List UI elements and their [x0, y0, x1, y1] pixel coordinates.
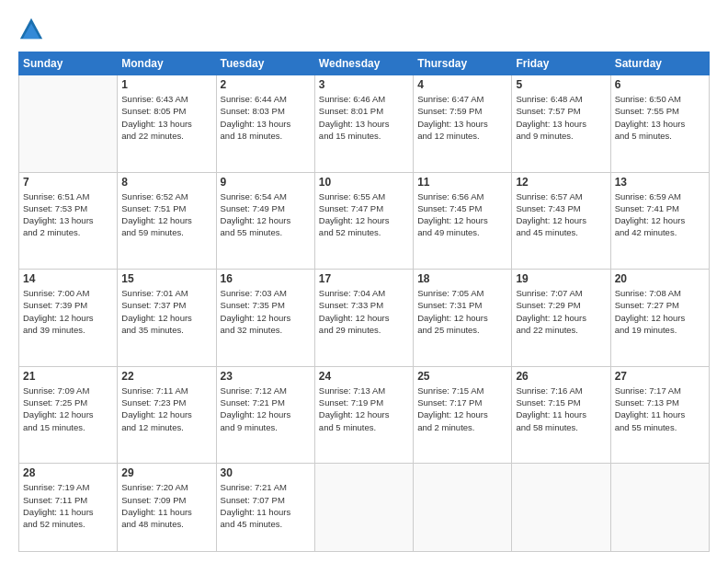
day-number: 23 [221, 370, 311, 383]
day-number: 16 [221, 272, 311, 285]
calendar-header-row: SundayMondayTuesdayWednesdayThursdayFrid… [19, 52, 710, 75]
calendar-cell: 20Sunrise: 7:08 AM Sunset: 7:27 PM Dayli… [610, 270, 709, 367]
calendar-cell: 13Sunrise: 6:59 AM Sunset: 7:41 PM Dayli… [610, 172, 709, 270]
day-number: 5 [516, 78, 606, 91]
calendar-cell: 6Sunrise: 6:50 AM Sunset: 7:55 PM Daylig… [610, 75, 709, 173]
calendar-cell: 25Sunrise: 7:15 AM Sunset: 7:17 PM Dayli… [414, 366, 512, 464]
calendar-cell: 1Sunrise: 6:43 AM Sunset: 8:05 PM Daylig… [118, 75, 216, 173]
calendar-cell: 10Sunrise: 6:55 AM Sunset: 7:47 PM Dayli… [314, 172, 413, 270]
day-number: 28 [23, 466, 113, 479]
calendar-cell: 9Sunrise: 6:54 AM Sunset: 7:49 PM Daylig… [216, 172, 314, 270]
day-number: 10 [319, 176, 409, 189]
calendar-cell: 24Sunrise: 7:13 AM Sunset: 7:19 PM Dayli… [314, 366, 413, 464]
day-number: 17 [319, 272, 409, 285]
weekday-header-monday: Monday [118, 52, 216, 75]
day-number: 2 [221, 78, 311, 91]
day-info: Sunrise: 7:08 AM Sunset: 7:27 PM Dayligh… [615, 287, 705, 336]
calendar-cell [414, 464, 512, 552]
calendar-week-row: 7Sunrise: 6:51 AM Sunset: 7:53 PM Daylig… [19, 172, 710, 270]
calendar-cell: 7Sunrise: 6:51 AM Sunset: 7:53 PM Daylig… [19, 172, 118, 270]
day-info: Sunrise: 6:55 AM Sunset: 7:47 PM Dayligh… [319, 190, 409, 239]
header [18, 17, 710, 42]
day-info: Sunrise: 7:12 AM Sunset: 7:21 PM Dayligh… [221, 385, 311, 433]
day-info: Sunrise: 7:09 AM Sunset: 7:25 PM Dayligh… [23, 385, 113, 433]
day-number: 11 [417, 176, 507, 189]
day-number: 26 [516, 370, 606, 383]
day-number: 25 [417, 370, 507, 383]
day-info: Sunrise: 6:59 AM Sunset: 7:41 PM Dayligh… [615, 190, 705, 239]
day-number: 1 [121, 78, 211, 91]
day-info: Sunrise: 6:54 AM Sunset: 7:49 PM Dayligh… [221, 190, 311, 239]
calendar-cell: 30Sunrise: 7:21 AM Sunset: 7:07 PM Dayli… [216, 464, 314, 552]
logo [18, 17, 48, 42]
logo-icon [18, 17, 44, 42]
day-info: Sunrise: 7:17 AM Sunset: 7:13 PM Dayligh… [615, 385, 705, 433]
calendar-cell: 18Sunrise: 7:05 AM Sunset: 7:31 PM Dayli… [414, 270, 512, 367]
calendar-cell: 14Sunrise: 7:00 AM Sunset: 7:39 PM Dayli… [19, 270, 118, 367]
calendar-cell [610, 464, 709, 552]
calendar-cell: 3Sunrise: 6:46 AM Sunset: 8:01 PM Daylig… [314, 75, 413, 173]
day-number: 27 [615, 370, 705, 383]
calendar-week-row: 14Sunrise: 7:00 AM Sunset: 7:39 PM Dayli… [19, 270, 710, 367]
calendar-cell: 15Sunrise: 7:01 AM Sunset: 7:37 PM Dayli… [118, 270, 216, 367]
calendar-cell: 29Sunrise: 7:20 AM Sunset: 7:09 PM Dayli… [118, 464, 216, 552]
day-number: 20 [615, 272, 705, 285]
day-info: Sunrise: 7:07 AM Sunset: 7:29 PM Dayligh… [516, 287, 606, 336]
day-number: 18 [417, 272, 507, 285]
day-number: 4 [417, 78, 507, 91]
day-number: 3 [319, 78, 409, 91]
day-number: 15 [121, 272, 211, 285]
weekday-header-tuesday: Tuesday [216, 52, 314, 75]
day-info: Sunrise: 7:11 AM Sunset: 7:23 PM Dayligh… [121, 385, 211, 433]
calendar-cell: 21Sunrise: 7:09 AM Sunset: 7:25 PM Dayli… [19, 366, 118, 464]
day-number: 9 [221, 176, 311, 189]
day-number: 6 [615, 78, 705, 91]
day-info: Sunrise: 7:16 AM Sunset: 7:15 PM Dayligh… [516, 385, 606, 433]
weekday-header-friday: Friday [512, 52, 610, 75]
weekday-header-wednesday: Wednesday [314, 52, 413, 75]
calendar-cell: 28Sunrise: 7:19 AM Sunset: 7:11 PM Dayli… [19, 464, 118, 552]
day-number: 21 [23, 370, 113, 383]
calendar-cell: 8Sunrise: 6:52 AM Sunset: 7:51 PM Daylig… [118, 172, 216, 270]
weekday-header-thursday: Thursday [414, 52, 512, 75]
calendar-cell [19, 75, 118, 173]
day-info: Sunrise: 7:19 AM Sunset: 7:11 PM Dayligh… [23, 481, 113, 530]
day-number: 7 [23, 176, 113, 189]
calendar-cell [512, 464, 610, 552]
calendar-cell: 16Sunrise: 7:03 AM Sunset: 7:35 PM Dayli… [216, 270, 314, 367]
calendar-cell: 26Sunrise: 7:16 AM Sunset: 7:15 PM Dayli… [512, 366, 610, 464]
calendar-cell: 2Sunrise: 6:44 AM Sunset: 8:03 PM Daylig… [216, 75, 314, 173]
day-info: Sunrise: 7:00 AM Sunset: 7:39 PM Dayligh… [23, 287, 113, 336]
day-info: Sunrise: 7:15 AM Sunset: 7:17 PM Dayligh… [417, 385, 507, 433]
calendar-cell: 22Sunrise: 7:11 AM Sunset: 7:23 PM Dayli… [118, 366, 216, 464]
day-number: 22 [121, 370, 211, 383]
calendar-cell: 19Sunrise: 7:07 AM Sunset: 7:29 PM Dayli… [512, 270, 610, 367]
day-info: Sunrise: 7:05 AM Sunset: 7:31 PM Dayligh… [417, 287, 507, 336]
day-number: 13 [615, 176, 705, 189]
day-number: 8 [121, 176, 211, 189]
page: SundayMondayTuesdayWednesdayThursdayFrid… [0, 0, 728, 563]
day-info: Sunrise: 7:04 AM Sunset: 7:33 PM Dayligh… [319, 287, 409, 336]
day-info: Sunrise: 7:01 AM Sunset: 7:37 PM Dayligh… [121, 287, 211, 336]
weekday-header-sunday: Sunday [19, 52, 118, 75]
calendar-cell: 11Sunrise: 6:56 AM Sunset: 7:45 PM Dayli… [414, 172, 512, 270]
day-info: Sunrise: 7:03 AM Sunset: 7:35 PM Dayligh… [221, 287, 311, 336]
calendar-cell: 5Sunrise: 6:48 AM Sunset: 7:57 PM Daylig… [512, 75, 610, 173]
calendar-week-row: 1Sunrise: 6:43 AM Sunset: 8:05 PM Daylig… [19, 75, 710, 173]
calendar-cell: 12Sunrise: 6:57 AM Sunset: 7:43 PM Dayli… [512, 172, 610, 270]
day-number: 30 [221, 466, 311, 479]
calendar-cell: 4Sunrise: 6:47 AM Sunset: 7:59 PM Daylig… [414, 75, 512, 173]
calendar-cell [314, 464, 413, 552]
day-number: 19 [516, 272, 606, 285]
day-info: Sunrise: 6:46 AM Sunset: 8:01 PM Dayligh… [319, 93, 409, 142]
day-info: Sunrise: 6:52 AM Sunset: 7:51 PM Dayligh… [121, 190, 211, 239]
day-info: Sunrise: 6:47 AM Sunset: 7:59 PM Dayligh… [417, 93, 507, 142]
day-info: Sunrise: 6:50 AM Sunset: 7:55 PM Dayligh… [615, 93, 705, 142]
calendar-cell: 27Sunrise: 7:17 AM Sunset: 7:13 PM Dayli… [610, 366, 709, 464]
calendar-week-row: 21Sunrise: 7:09 AM Sunset: 7:25 PM Dayli… [19, 366, 710, 464]
calendar-table: SundayMondayTuesdayWednesdayThursdayFrid… [18, 52, 710, 552]
day-number: 29 [121, 466, 211, 479]
weekday-header-saturday: Saturday [610, 52, 709, 75]
day-info: Sunrise: 6:43 AM Sunset: 8:05 PM Dayligh… [121, 93, 211, 142]
calendar-week-row: 28Sunrise: 7:19 AM Sunset: 7:11 PM Dayli… [19, 464, 710, 552]
